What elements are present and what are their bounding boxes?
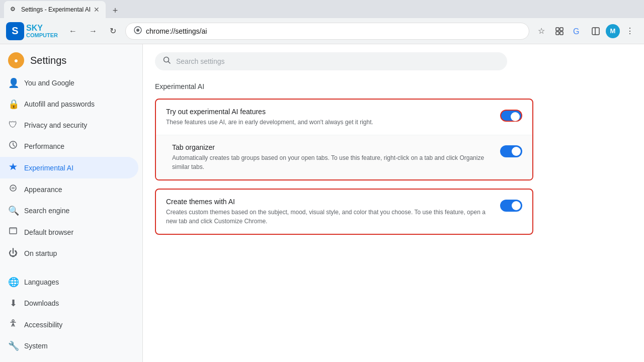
experimental-ai-main-label: Try out experimental AI features bbox=[166, 108, 492, 116]
sidebar-item-languages[interactable]: 🌐 Languages bbox=[0, 272, 138, 293]
sidebar-label-you-and-google: You and Google bbox=[24, 79, 74, 87]
svg-rect-12 bbox=[10, 228, 17, 229]
svg-point-13 bbox=[12, 320, 14, 322]
bookmark-button[interactable]: ☆ bbox=[533, 23, 549, 39]
back-button[interactable]: ← bbox=[65, 23, 81, 39]
settings-title: Settings bbox=[30, 55, 66, 66]
svg-text:G: G bbox=[573, 27, 579, 36]
logo-text: SKY COMPUTER bbox=[26, 24, 58, 39]
sidebar-label-downloads: Downloads bbox=[24, 299, 59, 307]
sidebar-item-default-browser[interactable]: Default browser bbox=[0, 221, 138, 243]
tab-organizer-toggle[interactable] bbox=[500, 145, 522, 157]
logo-icon: S bbox=[6, 22, 24, 40]
experimental-ai-icon bbox=[8, 162, 18, 173]
sidebar-item-experimental-ai[interactable]: Experimental AI bbox=[0, 157, 138, 178]
search-bar[interactable] bbox=[155, 52, 507, 70]
tab-bar: ⚙ Settings - Experimental AI ✕ + bbox=[0, 0, 644, 18]
tab-organizer-text: Tab organizer Automatically creates tab … bbox=[172, 143, 492, 171]
menu-button[interactable]: ⋮ bbox=[622, 23, 638, 39]
logo-area: S SKY COMPUTER bbox=[6, 22, 58, 40]
sidebar-header: ● Settings bbox=[0, 44, 142, 72]
sidebar-label-system: System bbox=[24, 342, 48, 350]
address-bar[interactable]: chrome://settings/ai bbox=[125, 23, 529, 40]
google-button[interactable]: G bbox=[570, 23, 586, 39]
create-themes-card: Create themes with AI Creates custom the… bbox=[155, 189, 533, 235]
settings-avatar: ● bbox=[8, 52, 24, 68]
appearance-icon bbox=[8, 184, 18, 195]
search-engine-icon: 🔍 bbox=[8, 205, 18, 216]
sidebar-item-autofill[interactable]: 🔒 Autofill and passwords bbox=[0, 94, 138, 115]
sidebar-label-on-startup: On startup bbox=[24, 249, 57, 257]
languages-icon: 🌐 bbox=[8, 277, 18, 288]
logo-computer: COMPUTER bbox=[26, 32, 58, 38]
default-browser-icon bbox=[8, 226, 18, 238]
system-icon: 🔧 bbox=[8, 340, 18, 351]
search-input[interactable] bbox=[176, 57, 499, 65]
tab-close-button[interactable]: ✕ bbox=[94, 6, 100, 14]
tab-organizer-desc: Automatically creates tab groups based o… bbox=[172, 153, 492, 171]
logo-sky: SKY bbox=[26, 24, 58, 33]
autofill-icon: 🔒 bbox=[8, 99, 18, 110]
reload-button[interactable]: ↻ bbox=[105, 23, 121, 39]
svg-rect-2 bbox=[556, 28, 559, 31]
experimental-ai-main-row: Try out experimental AI features These f… bbox=[156, 100, 532, 135]
tab-favicon: ⚙ bbox=[10, 6, 18, 14]
svg-point-1 bbox=[136, 29, 139, 32]
experimental-ai-toggle[interactable] bbox=[500, 110, 522, 122]
tab-organizer-knob bbox=[512, 147, 521, 156]
sidebar-label-experimental-ai: Experimental AI bbox=[24, 164, 73, 172]
sidebar-label-appearance: Appearance bbox=[24, 186, 62, 194]
tab-title: Settings - Experimental AI bbox=[21, 6, 91, 13]
svg-rect-4 bbox=[556, 32, 559, 35]
active-tab[interactable]: ⚙ Settings - Experimental AI ✕ bbox=[4, 1, 106, 18]
sidebar-item-you-and-google[interactable]: 👤 You and Google bbox=[0, 72, 138, 94]
page-content: Experimental AI Try out experimental AI … bbox=[143, 78, 545, 255]
browser-frame: ⚙ Settings - Experimental AI ✕ + S SKY C… bbox=[0, 0, 644, 362]
experimental-ai-main-desc: These features use AI, are in early deve… bbox=[166, 118, 492, 127]
sidebar: ● Settings 👤 You and Google 🔒 Autofill a… bbox=[0, 44, 143, 362]
create-themes-text: Create themes with AI Creates custom the… bbox=[166, 198, 492, 226]
create-themes-toggle[interactable] bbox=[500, 200, 522, 212]
sidebar-label-autofill: Autofill and passwords bbox=[24, 100, 95, 108]
sidebar-item-reset-settings[interactable]: Reset settings bbox=[0, 356, 138, 362]
on-startup-icon: ⏻ bbox=[8, 248, 18, 258]
search-icon bbox=[163, 56, 171, 66]
svg-rect-5 bbox=[560, 32, 563, 35]
sidebar-label-languages: Languages bbox=[24, 278, 59, 286]
sidebar-item-search-engine[interactable]: 🔍 Search engine bbox=[0, 200, 138, 221]
toggle-knob bbox=[511, 112, 520, 121]
forward-button[interactable]: → bbox=[85, 23, 101, 39]
tab-organizer-label: Tab organizer bbox=[172, 143, 492, 151]
sidebar-item-accessibility[interactable]: Accessibility bbox=[0, 314, 138, 335]
sidebar-item-system[interactable]: 🔧 System bbox=[0, 335, 138, 356]
sidebar-item-appearance[interactable]: Appearance bbox=[0, 178, 138, 200]
main-panel: Experimental AI Try out experimental AI … bbox=[143, 44, 644, 362]
you-and-google-icon: 👤 bbox=[8, 77, 18, 88]
sidebar-toggle-button[interactable] bbox=[588, 23, 604, 39]
content-area: ● Settings 👤 You and Google 🔒 Autofill a… bbox=[0, 44, 644, 362]
sidebar-item-on-startup[interactable]: ⏻ On startup bbox=[0, 243, 138, 263]
sidebar-label-search-engine: Search engine bbox=[24, 207, 69, 215]
nav-actions: ☆ G M ⋮ bbox=[533, 23, 638, 39]
create-themes-desc: Creates custom themes based on the subje… bbox=[166, 208, 492, 226]
user-avatar-button[interactable]: M bbox=[606, 24, 620, 38]
sidebar-label-privacy: Privacy and security bbox=[24, 121, 87, 129]
chrome-icon bbox=[134, 26, 142, 36]
extensions-button[interactable] bbox=[551, 23, 568, 39]
experimental-ai-main-text: Try out experimental AI features These f… bbox=[166, 108, 492, 127]
new-tab-button[interactable]: + bbox=[108, 3, 123, 18]
address-text: chrome://settings/ai bbox=[146, 27, 521, 35]
create-themes-label: Create themes with AI bbox=[166, 198, 492, 206]
create-themes-row: Create themes with AI Creates custom the… bbox=[156, 190, 532, 234]
sidebar-item-performance[interactable]: Performance bbox=[0, 135, 138, 157]
svg-rect-7 bbox=[592, 28, 599, 35]
experimental-ai-card: Try out experimental AI features These f… bbox=[155, 99, 533, 180]
sidebar-item-privacy[interactable]: 🛡 Privacy and security bbox=[0, 115, 138, 135]
sidebar-label-performance: Performance bbox=[24, 142, 64, 150]
section-title: Experimental AI bbox=[155, 82, 533, 90]
svg-line-17 bbox=[169, 62, 171, 64]
svg-rect-3 bbox=[560, 28, 563, 31]
sidebar-item-downloads[interactable]: ⬇ Downloads bbox=[0, 293, 138, 314]
privacy-icon: 🛡 bbox=[8, 120, 18, 130]
create-themes-knob bbox=[512, 201, 521, 210]
